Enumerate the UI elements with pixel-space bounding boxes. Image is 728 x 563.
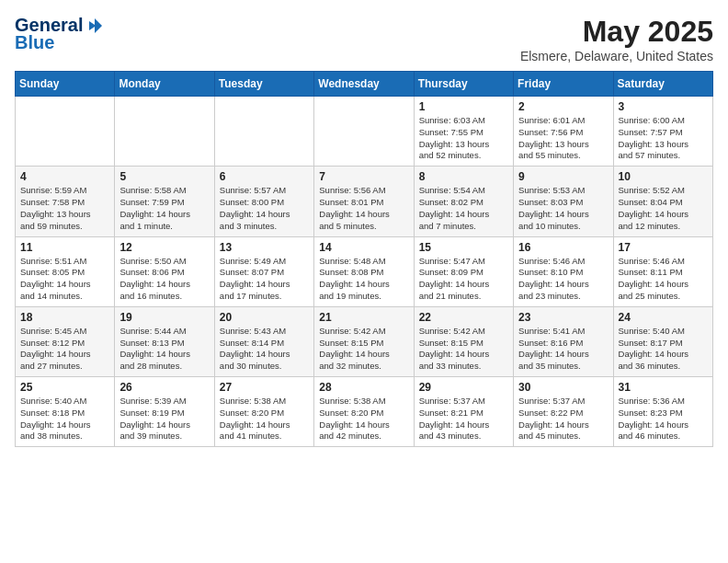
svg-marker-0 — [89, 18, 102, 33]
calendar-cell: 12Sunrise: 5:50 AM Sunset: 8:06 PM Dayli… — [115, 236, 214, 306]
calendar-cell: 26Sunrise: 5:39 AM Sunset: 8:19 PM Dayli… — [115, 377, 214, 447]
cell-content: Sunrise: 5:59 AM Sunset: 7:58 PM Dayligh… — [20, 185, 109, 232]
calendar-cell: 8Sunrise: 5:54 AM Sunset: 8:02 PM Daylig… — [414, 167, 513, 236]
cell-content: Sunrise: 5:43 AM Sunset: 8:14 PM Dayligh… — [220, 326, 309, 373]
calendar-week: 1Sunrise: 6:03 AM Sunset: 7:55 PM Daylig… — [16, 97, 713, 167]
day-number: 28 — [319, 381, 408, 394]
day-header: Monday — [115, 72, 214, 97]
calendar-week: 18Sunrise: 5:45 AM Sunset: 8:12 PM Dayli… — [16, 306, 713, 376]
page-header: General Blue May 2025 Elsmere, Delaware,… — [15, 15, 713, 63]
day-number: 31 — [619, 381, 708, 394]
calendar-cell: 31Sunrise: 5:36 AM Sunset: 8:23 PM Dayli… — [613, 377, 712, 447]
day-number: 26 — [119, 381, 209, 394]
cell-content: Sunrise: 5:57 AM Sunset: 8:00 PM Dayligh… — [220, 185, 309, 232]
calendar-cell: 9Sunrise: 5:53 AM Sunset: 8:03 PM Daylig… — [514, 167, 613, 236]
calendar-cell — [314, 97, 414, 167]
day-number: 14 — [319, 241, 408, 254]
cell-content: Sunrise: 5:36 AM Sunset: 8:23 PM Dayligh… — [619, 396, 708, 442]
calendar-cell: 29Sunrise: 5:37 AM Sunset: 8:21 PM Dayli… — [414, 377, 513, 447]
calendar-cell — [16, 97, 115, 167]
cell-content: Sunrise: 5:44 AM Sunset: 8:13 PM Dayligh… — [119, 326, 209, 373]
day-number: 9 — [518, 170, 608, 183]
day-number: 25 — [20, 381, 109, 394]
title-block: May 2025 Elsmere, Delaware, United State… — [520, 15, 713, 63]
day-number: 21 — [319, 311, 408, 324]
calendar-week: 11Sunrise: 5:51 AM Sunset: 8:05 PM Dayli… — [16, 236, 713, 306]
cell-content: Sunrise: 5:54 AM Sunset: 8:02 PM Dayligh… — [419, 185, 508, 232]
calendar-cell: 2Sunrise: 6:01 AM Sunset: 7:56 PM Daylig… — [514, 97, 613, 167]
day-number: 2 — [518, 100, 608, 113]
cell-content: Sunrise: 5:42 AM Sunset: 8:15 PM Dayligh… — [319, 326, 408, 373]
day-number: 1 — [419, 100, 508, 113]
calendar-cell: 22Sunrise: 5:42 AM Sunset: 8:15 PM Dayli… — [414, 306, 513, 376]
calendar-cell: 19Sunrise: 5:44 AM Sunset: 8:13 PM Dayli… — [115, 306, 214, 376]
cell-content: Sunrise: 5:41 AM Sunset: 8:16 PM Dayligh… — [518, 326, 608, 373]
cell-content: Sunrise: 6:00 AM Sunset: 7:57 PM Dayligh… — [619, 115, 708, 162]
cell-content: Sunrise: 6:03 AM Sunset: 7:55 PM Dayligh… — [419, 115, 508, 162]
calendar-header: SundayMondayTuesdayWednesdayThursdayFrid… — [16, 72, 713, 97]
day-number: 18 — [20, 311, 109, 324]
day-number: 27 — [220, 381, 309, 394]
cell-content: Sunrise: 5:46 AM Sunset: 8:10 PM Dayligh… — [518, 256, 608, 303]
day-header: Saturday — [613, 72, 712, 97]
cell-content: Sunrise: 5:47 AM Sunset: 8:09 PM Dayligh… — [419, 256, 508, 303]
page-subtitle: Elsmere, Delaware, United States — [520, 49, 713, 63]
day-number: 22 — [419, 311, 508, 324]
day-header: Thursday — [414, 72, 513, 97]
header-row: SundayMondayTuesdayWednesdayThursdayFrid… — [16, 72, 713, 97]
day-header: Friday — [514, 72, 613, 97]
calendar-cell: 10Sunrise: 5:52 AM Sunset: 8:04 PM Dayli… — [613, 167, 712, 236]
calendar-cell: 30Sunrise: 5:37 AM Sunset: 8:22 PM Dayli… — [514, 377, 613, 447]
calendar-cell: 16Sunrise: 5:46 AM Sunset: 8:10 PM Dayli… — [514, 236, 613, 306]
day-number: 17 — [619, 241, 708, 254]
day-number: 8 — [419, 170, 508, 183]
cell-content: Sunrise: 5:46 AM Sunset: 8:11 PM Dayligh… — [619, 256, 708, 303]
cell-content: Sunrise: 5:39 AM Sunset: 8:19 PM Dayligh… — [119, 396, 209, 442]
day-number: 3 — [619, 100, 708, 113]
calendar-cell: 3Sunrise: 6:00 AM Sunset: 7:57 PM Daylig… — [613, 97, 712, 167]
cell-content: Sunrise: 5:38 AM Sunset: 8:20 PM Dayligh… — [319, 396, 408, 442]
day-number: 7 — [319, 170, 408, 183]
cell-content: Sunrise: 5:51 AM Sunset: 8:05 PM Dayligh… — [20, 256, 109, 303]
calendar-cell: 7Sunrise: 5:56 AM Sunset: 8:01 PM Daylig… — [314, 167, 414, 236]
cell-content: Sunrise: 5:37 AM Sunset: 8:22 PM Dayligh… — [518, 396, 608, 442]
cell-content: Sunrise: 5:49 AM Sunset: 8:07 PM Dayligh… — [220, 256, 309, 303]
calendar-week: 25Sunrise: 5:40 AM Sunset: 8:18 PM Dayli… — [16, 377, 713, 447]
cell-content: Sunrise: 5:56 AM Sunset: 8:01 PM Dayligh… — [319, 185, 408, 232]
calendar-cell: 28Sunrise: 5:38 AM Sunset: 8:20 PM Dayli… — [314, 377, 414, 447]
cell-content: Sunrise: 5:42 AM Sunset: 8:15 PM Dayligh… — [419, 326, 508, 373]
calendar-cell: 13Sunrise: 5:49 AM Sunset: 8:07 PM Dayli… — [214, 236, 313, 306]
cell-content: Sunrise: 5:40 AM Sunset: 8:18 PM Dayligh… — [20, 396, 109, 442]
calendar-week: 4Sunrise: 5:59 AM Sunset: 7:58 PM Daylig… — [16, 167, 713, 236]
calendar-cell: 6Sunrise: 5:57 AM Sunset: 8:00 PM Daylig… — [214, 167, 313, 236]
cell-content: Sunrise: 5:40 AM Sunset: 8:17 PM Dayligh… — [619, 326, 708, 373]
calendar-cell: 24Sunrise: 5:40 AM Sunset: 8:17 PM Dayli… — [613, 306, 712, 376]
day-header: Tuesday — [214, 72, 313, 97]
day-number: 11 — [20, 241, 109, 254]
calendar-cell: 17Sunrise: 5:46 AM Sunset: 8:11 PM Dayli… — [613, 236, 712, 306]
calendar-cell: 25Sunrise: 5:40 AM Sunset: 8:18 PM Dayli… — [16, 377, 115, 447]
day-number: 30 — [518, 381, 608, 394]
day-header: Sunday — [16, 72, 115, 97]
calendar-table: SundayMondayTuesdayWednesdayThursdayFrid… — [15, 71, 713, 447]
calendar-cell — [214, 97, 313, 167]
day-number: 24 — [619, 311, 708, 324]
cell-content: Sunrise: 5:50 AM Sunset: 8:06 PM Dayligh… — [119, 256, 209, 303]
calendar-cell: 18Sunrise: 5:45 AM Sunset: 8:12 PM Dayli… — [16, 306, 115, 376]
logo: General Blue — [15, 15, 105, 53]
day-number: 4 — [20, 170, 109, 183]
day-header: Wednesday — [314, 72, 414, 97]
cell-content: Sunrise: 5:48 AM Sunset: 8:08 PM Dayligh… — [319, 256, 408, 303]
calendar-cell: 15Sunrise: 5:47 AM Sunset: 8:09 PM Dayli… — [414, 236, 513, 306]
calendar-cell: 11Sunrise: 5:51 AM Sunset: 8:05 PM Dayli… — [16, 236, 115, 306]
calendar-cell: 1Sunrise: 6:03 AM Sunset: 7:55 PM Daylig… — [414, 97, 513, 167]
cell-content: Sunrise: 5:53 AM Sunset: 8:03 PM Dayligh… — [518, 185, 608, 232]
day-number: 6 — [220, 170, 309, 183]
cell-content: Sunrise: 5:45 AM Sunset: 8:12 PM Dayligh… — [20, 326, 109, 373]
day-number: 23 — [518, 311, 608, 324]
day-number: 16 — [518, 241, 608, 254]
day-number: 10 — [619, 170, 708, 183]
calendar-cell: 5Sunrise: 5:58 AM Sunset: 7:59 PM Daylig… — [115, 167, 214, 236]
day-number: 20 — [220, 311, 309, 324]
day-number: 13 — [220, 241, 309, 254]
